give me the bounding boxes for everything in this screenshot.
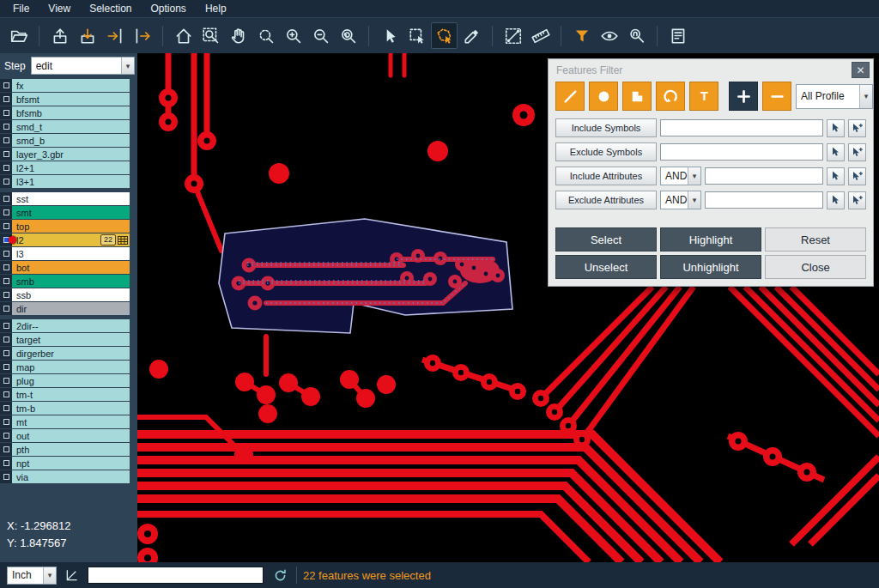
layer-visibility-checkbox[interactable] (0, 175, 12, 188)
exclude-attributes-input[interactable] (705, 191, 823, 209)
refresh-icon[interactable] (270, 565, 290, 585)
layer-row-l3[interactable]: l3 (0, 247, 130, 260)
layer-row-smd-t[interactable]: smd_t (0, 120, 130, 133)
pick-add-arrow-icon[interactable] (848, 191, 866, 209)
close-button[interactable]: Close (765, 255, 866, 279)
layer-visibility-checkbox[interactable] (0, 319, 12, 332)
layer-visibility-checkbox[interactable] (0, 261, 12, 274)
unit-combo[interactable]: Inch ▾ (7, 567, 57, 585)
layer-visibility-checkbox[interactable] (0, 388, 12, 401)
pick-add-arrow-icon[interactable] (848, 167, 866, 185)
layer-row-top[interactable]: top (0, 220, 130, 233)
layer-visibility-checkbox[interactable] (0, 206, 12, 219)
layer-visibility-checkbox[interactable] (0, 415, 12, 428)
zoom-in-icon[interactable] (280, 22, 306, 49)
command-input[interactable] (88, 567, 264, 584)
select-rect-icon[interactable] (403, 22, 430, 49)
and-operator-combo[interactable]: AND▾ (660, 167, 701, 185)
reset-button[interactable]: Reset (765, 227, 866, 252)
layer-visibility-checkbox[interactable] (0, 247, 12, 260)
pick-arrow-icon[interactable] (827, 191, 845, 209)
minus-tool-icon[interactable] (762, 82, 791, 111)
layer-visibility-checkbox[interactable] (0, 93, 12, 106)
surface-tool-icon[interactable] (622, 82, 652, 111)
highlight-button[interactable]: Highlight (660, 227, 761, 252)
layer-visibility-checkbox[interactable] (0, 361, 12, 373)
arrow-out-icon[interactable] (129, 22, 155, 49)
menu-item-file[interactable]: File (3, 0, 39, 17)
arrow-in-icon[interactable] (101, 22, 128, 49)
pick-arrow-icon[interactable] (827, 167, 845, 185)
text-tool-icon[interactable]: T (689, 82, 718, 111)
pick-add-arrow-icon[interactable] (848, 143, 866, 161)
layer-visibility-checkbox[interactable] (0, 233, 12, 246)
layer-visibility-checkbox[interactable] (0, 120, 12, 133)
layer-row-smt[interactable]: smt (0, 206, 130, 219)
layer-row-l3-1[interactable]: l3+1 (0, 175, 130, 188)
layer-visibility-checkbox[interactable] (0, 161, 12, 174)
layer-visibility-checkbox[interactable] (0, 288, 12, 301)
layer-row-pth[interactable]: pth (0, 443, 130, 456)
include-attributes-input[interactable] (705, 167, 823, 185)
close-icon[interactable]: ✕ (852, 62, 870, 78)
layer-visibility-checkbox[interactable] (0, 429, 12, 442)
zoom-out-icon[interactable] (307, 22, 334, 49)
layer-row-target[interactable]: target (0, 333, 130, 346)
include-symbols-input[interactable] (660, 119, 823, 136)
select-button[interactable]: Select (555, 227, 657, 252)
and-operator-combo[interactable]: AND▾ (660, 191, 701, 209)
layer-visibility-checkbox[interactable] (0, 148, 12, 161)
layer-visibility-checkbox[interactable] (0, 333, 12, 346)
layer-row-tm-b[interactable]: tm-b (0, 402, 130, 415)
layer-row-via[interactable]: via (0, 470, 130, 483)
plus-tool-icon[interactable] (729, 82, 758, 111)
filter-icon[interactable] (568, 22, 595, 49)
layer-visibility-checkbox[interactable] (0, 457, 12, 470)
layer-visibility-checkbox[interactable] (0, 443, 12, 456)
pointer-icon[interactable] (376, 22, 403, 49)
menu-item-view[interactable]: View (39, 0, 80, 17)
pick-arrow-icon[interactable] (827, 119, 845, 137)
layer-row-map[interactable]: map (0, 361, 130, 373)
layer-visibility-checkbox[interactable] (0, 134, 12, 147)
corner-angle-icon[interactable] (63, 566, 82, 585)
home-icon[interactable] (170, 22, 197, 49)
lasso-select-icon[interactable] (252, 22, 279, 49)
layer-visibility-checkbox[interactable] (0, 374, 12, 387)
select-poly-icon[interactable] (431, 22, 458, 49)
include-symbols-button[interactable]: Include Symbols (555, 118, 657, 137)
eye-icon[interactable] (596, 22, 622, 49)
layer-row-dirgerber[interactable]: dirgerber (0, 347, 130, 360)
unhighlight-button[interactable]: Unhighlight (660, 255, 761, 279)
exclude-attributes-button[interactable]: Exclude Attributes (555, 191, 657, 209)
layer-row-l2[interactable]: l222 (0, 233, 130, 246)
layer-visibility-checkbox[interactable] (0, 79, 12, 92)
layer-row-fx[interactable]: fx (0, 79, 130, 92)
exclude-symbols-input[interactable] (660, 143, 823, 161)
layer-row-out[interactable]: out (0, 429, 130, 442)
dialog-titlebar[interactable]: Features Filter ✕ (549, 59, 873, 81)
step-combo[interactable]: edit ▾ (31, 57, 135, 75)
pad-tool-icon[interactable] (589, 82, 618, 111)
layer-row-dir[interactable]: dir (0, 302, 130, 315)
layer-row-smb[interactable]: smb (0, 275, 130, 288)
layer-visibility-checkbox[interactable] (0, 192, 12, 205)
ruler-icon[interactable] (527, 22, 554, 49)
menu-item-options[interactable]: Options (142, 0, 196, 17)
include-attributes-button[interactable]: Include Attributes (555, 167, 657, 185)
layer-visibility-checkbox[interactable] (0, 106, 12, 119)
layer-row-bfsmb[interactable]: bfsmb (0, 106, 130, 119)
layer-visibility-checkbox[interactable] (0, 220, 12, 233)
layer-row-plug[interactable]: plug (0, 374, 130, 387)
layer-row-l2-1[interactable]: l2+1 (0, 161, 130, 174)
report-icon[interactable] (664, 22, 691, 49)
profile-combo[interactable]: All Profile ▾ (796, 84, 873, 109)
layer-row-mt[interactable]: mt (0, 415, 130, 428)
menu-item-help[interactable]: Help (196, 0, 236, 17)
layer-row-2dir-[interactable]: 2dir-- (0, 319, 130, 332)
layer-row-layer-3-gbr[interactable]: layer_3.gbr (0, 148, 130, 161)
find-similar-icon[interactable] (623, 22, 650, 49)
measure-diag-icon[interactable] (500, 22, 526, 49)
arc-tool-icon[interactable] (656, 82, 685, 111)
exclude-symbols-button[interactable]: Exclude Symbols (555, 142, 657, 161)
